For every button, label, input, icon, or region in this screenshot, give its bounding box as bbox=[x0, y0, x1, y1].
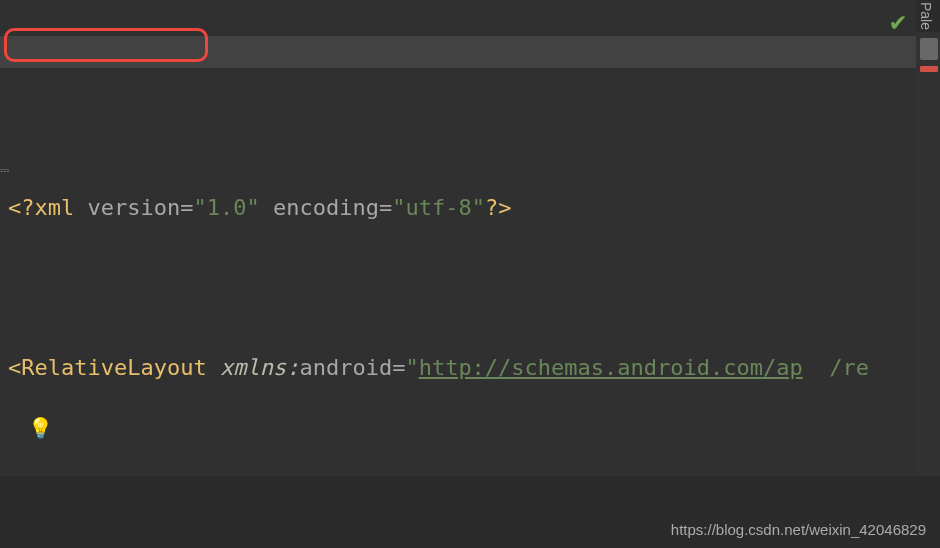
code-line: <?xml version="1.0" encoding="utf-8"?> bbox=[0, 192, 916, 224]
editor-right-rail[interactable] bbox=[916, 32, 940, 548]
attr-xmlns: xmlns bbox=[220, 355, 286, 380]
checkmark-icon[interactable]: ✔ bbox=[890, 6, 906, 36]
attr-version: version bbox=[88, 195, 181, 220]
code-editor[interactable]: <?xml version="1.0" encoding="utf-8"?> <… bbox=[0, 0, 916, 548]
palette-label[interactable]: Pale bbox=[918, 2, 934, 30]
lightbulb-icon[interactable]: 💡 bbox=[28, 416, 53, 440]
code-line: <RelativeLayout xmlns:android="http://sc… bbox=[0, 352, 916, 384]
editor-gutter: ⎓ bbox=[0, 0, 12, 548]
xml-decl-tag: xml bbox=[35, 195, 75, 220]
watermark-text: https://blog.csdn.net/weixin_42046829 bbox=[671, 521, 926, 538]
caret-line-highlight bbox=[0, 36, 916, 68]
scrollbar-thumb[interactable] bbox=[920, 38, 938, 60]
attr-encoding: encoding bbox=[273, 195, 379, 220]
attr-value: 1.0 bbox=[207, 195, 247, 220]
tag-relative-layout: RelativeLayout bbox=[21, 355, 206, 380]
attr-value: utf-8 bbox=[405, 195, 471, 220]
xml-decl-close: ?> bbox=[485, 195, 512, 220]
error-marker[interactable] bbox=[920, 66, 938, 72]
gutter-tag-icon: ⎓ bbox=[0, 160, 12, 178]
attr-url-value: http://schemas.android.com/ap bbox=[419, 355, 803, 380]
